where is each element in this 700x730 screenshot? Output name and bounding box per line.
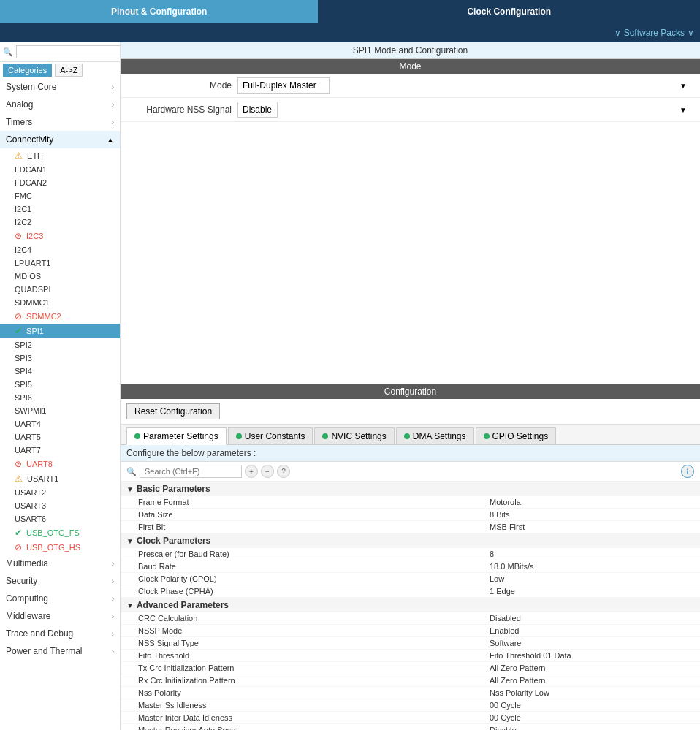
sidebar-item-computing[interactable]: Computing › <box>0 590 120 607</box>
sidebar-item-spi1[interactable]: ✔ SPI1 <box>0 324 120 338</box>
table-row: Clock Polarity (CPOL) Low <box>121 573 700 585</box>
table-row: Frame Format Motorola <box>121 496 700 509</box>
sidebar-item-spi2[interactable]: SPI2 <box>0 338 120 351</box>
sidebar-item-usb-otg-hs[interactable]: ⊘ USB_OTG_HS <box>0 540 120 555</box>
software-packs-bar: ∨ Software Packs ∨ <box>0 23 700 42</box>
sidebar-item-usart2[interactable]: USART2 <box>0 486 120 499</box>
sidebar-item-spi6[interactable]: SPI6 <box>0 391 120 404</box>
mode-select[interactable]: Full-Duplex Master Half-Duplex Master Re… <box>237 77 330 94</box>
tab-gpio-settings[interactable]: GPIO Settings <box>476 427 557 444</box>
clock-parameters-group-header[interactable]: ▼ Clock Parameters <box>121 533 700 548</box>
expand-icon-button[interactable]: + <box>245 465 258 478</box>
params-icons: + − ? <box>245 465 290 478</box>
pinout-config-header: Pinout & Configuration <box>0 0 318 23</box>
table-row: Master Receiver Auto Susp Disable <box>121 724 700 730</box>
sidebar-item-trace-debug[interactable]: Trace and Debug › <box>0 625 120 642</box>
params-list: ▼ Basic Parameters Frame Format Motorola… <box>121 482 700 730</box>
table-row: NSS Signal Type Software <box>121 637 700 650</box>
params-search-bar: 🔍 + − ? ℹ <box>121 462 700 482</box>
error-icon: ⊘ <box>15 231 22 241</box>
search-input[interactable] <box>16 45 121 58</box>
sidebar-item-spi4[interactable]: SPI4 <box>0 365 120 378</box>
table-row: Fifo Threshold Fifo Threshold 01 Data <box>121 650 700 662</box>
clock-config-header: Clock Configuration <box>318 0 700 23</box>
sidebar-item-quadspi[interactable]: QUADSPI <box>0 283 120 296</box>
sidebar-item-spi5[interactable]: SPI5 <box>0 378 120 391</box>
sidebar-item-mdios[interactable]: MDIOS <box>0 270 120 283</box>
sidebar-item-usart3[interactable]: USART3 <box>0 499 120 512</box>
sidebar-item-usart1[interactable]: ⚠ USART1 <box>0 471 120 486</box>
sidebar-item-i2c4[interactable]: I2C4 <box>0 243 120 256</box>
chevron-right-icon: › <box>112 101 114 109</box>
chevron-right-icon: ∨ <box>688 28 694 38</box>
sidebar-item-security[interactable]: Security › <box>0 572 120 590</box>
chevron-up-icon: ▲ <box>107 136 114 144</box>
tab-categories[interactable]: Categories <box>3 64 52 77</box>
config-tabs-bar: Parameter Settings User Constants NVIC S… <box>121 425 700 445</box>
sidebar-item-uart7[interactable]: UART7 <box>0 444 120 457</box>
sidebar-item-uart4[interactable]: UART4 <box>0 417 120 430</box>
mode-select-wrapper: Full-Duplex Master Half-Duplex Master Re… <box>237 77 691 94</box>
chevron-down-icon: ▼ <box>126 601 134 609</box>
sidebar-item-fdcan2[interactable]: FDCAN2 <box>0 176 120 189</box>
sidebar-item-spi3[interactable]: SPI3 <box>0 351 120 365</box>
sidebar-item-fmc[interactable]: FMC <box>0 189 120 202</box>
sidebar-item-usb-otg-fs[interactable]: ✔ USB_OTG_FS <box>0 525 120 540</box>
sidebar-item-eth[interactable]: ⚠ ETH <box>0 148 120 163</box>
sidebar-items: System Core › Analog › Timers › Connecti… <box>0 78 120 730</box>
error-icon: ⊘ <box>15 459 22 469</box>
tab-dma-settings[interactable]: DMA Settings <box>396 427 474 444</box>
tab-user-constants[interactable]: User Constants <box>228 427 313 444</box>
nss-label: Hardware NSS Signal <box>129 104 232 115</box>
mode-row: Mode Full-Duplex Master Half-Duplex Mast… <box>121 74 700 98</box>
sidebar-item-usart6[interactable]: USART6 <box>0 512 120 525</box>
sidebar-item-middleware[interactable]: Middleware › <box>0 607 120 625</box>
sidebar-item-system-core[interactable]: System Core › <box>0 78 120 96</box>
help-icon-button[interactable]: ? <box>277 465 290 478</box>
sidebar-item-multimedia[interactable]: Multimedia › <box>0 555 120 572</box>
software-packs-button[interactable]: ∨ Software Packs ∨ <box>615 28 694 38</box>
nss-row: Hardware NSS Signal Disable Enable <box>121 98 700 122</box>
chevron-right-icon: › <box>112 647 114 655</box>
sidebar-item-sdmmc1[interactable]: SDMMC1 <box>0 296 120 309</box>
chevron-down-icon: ▼ <box>126 485 134 493</box>
sidebar-item-timers[interactable]: Timers › <box>0 113 120 131</box>
sidebar-item-connectivity[interactable]: Connectivity ▲ <box>0 131 120 148</box>
chevron-right-icon: › <box>112 560 114 568</box>
sidebar-item-uart5[interactable]: UART5 <box>0 430 120 444</box>
params-header: Configure the below parameters : <box>121 445 700 462</box>
sidebar-item-i2c1[interactable]: I2C1 <box>0 202 120 216</box>
middle-spacer <box>121 122 700 384</box>
success-icon: ✔ <box>15 528 22 538</box>
sidebar-item-i2c3[interactable]: ⊘ I2C3 <box>0 229 120 243</box>
nss-select[interactable]: Disable Enable <box>237 102 278 118</box>
sidebar-item-analog[interactable]: Analog › <box>0 96 120 113</box>
sidebar-item-power-thermal[interactable]: Power and Thermal › <box>0 642 120 660</box>
basic-parameters-group-header[interactable]: ▼ Basic Parameters <box>121 482 700 496</box>
tab-dot <box>134 433 140 439</box>
params-search-input[interactable] <box>140 465 242 478</box>
tab-nvic-settings[interactable]: NVIC Settings <box>314 427 394 444</box>
advanced-parameters-group-header[interactable]: ▼ Advanced Parameters <box>121 598 700 612</box>
sidebar-item-sdmmc2[interactable]: ⊘ SDMMC2 <box>0 309 120 324</box>
warning-icon: ⚠ <box>15 474 23 484</box>
info-icon[interactable]: ℹ <box>681 465 694 478</box>
tab-az[interactable]: A->Z <box>55 64 83 77</box>
table-row: Clock Phase (CPHA) 1 Edge <box>121 585 700 598</box>
reset-config-button[interactable]: Reset Configuration <box>126 403 220 419</box>
table-row: Master Inter Data Idleness 00 Cycle <box>121 712 700 724</box>
table-row: Nss Polarity Nss Polarity Low <box>121 687 700 699</box>
collapse-icon-button[interactable]: − <box>261 465 274 478</box>
chevron-right-icon: › <box>112 577 114 585</box>
table-row: Prescaler (for Baud Rate) 8 <box>121 548 700 560</box>
sidebar-search-bar: 🔍 ⚙ <box>0 42 120 62</box>
chevron-right-icon: › <box>112 118 114 126</box>
tab-parameter-settings[interactable]: Parameter Settings <box>126 427 227 445</box>
sidebar-item-lpuart1[interactable]: LPUART1 <box>0 256 120 270</box>
sidebar-item-fdcan1[interactable]: FDCAN1 <box>0 163 120 176</box>
sidebar-item-i2c2[interactable]: I2C2 <box>0 216 120 229</box>
sidebar-item-swpmi1[interactable]: SWPMI1 <box>0 404 120 417</box>
chevron-down-icon: ▼ <box>126 537 134 545</box>
mode-section-header: Mode <box>121 59 700 74</box>
sidebar-item-uart8[interactable]: ⊘ UART8 <box>0 457 120 471</box>
